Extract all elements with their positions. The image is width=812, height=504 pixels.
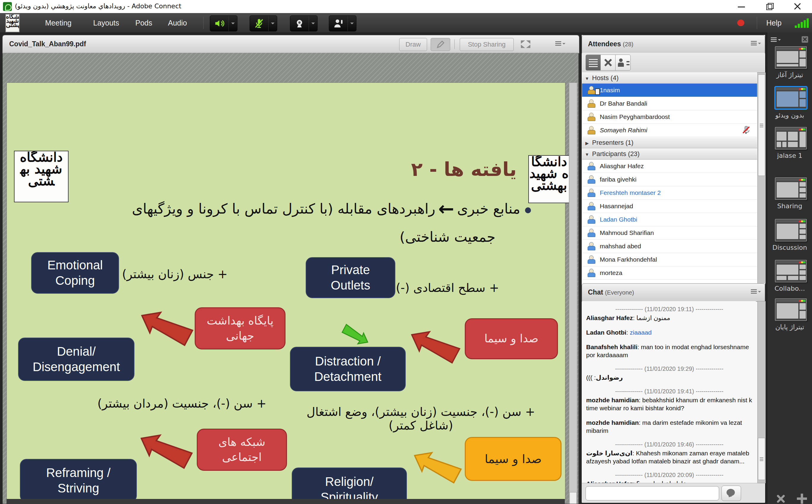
breakout-view-button[interactable]: [600, 55, 616, 71]
attendee-name: morteza: [600, 266, 622, 279]
chat-send-button[interactable]: [722, 486, 741, 501]
attendee-row[interactable]: 1nasim: [582, 84, 757, 97]
chat-pod-menu-icon[interactable]: [751, 289, 761, 296]
connection-signal-icon[interactable]: [795, 18, 810, 28]
layout-thumbnail[interactable]: [775, 127, 807, 150]
minimize-button[interactable]: [734, 2, 749, 11]
layout-thumbnail[interactable]: [775, 177, 807, 200]
restore-button[interactable]: [762, 2, 777, 11]
participant-icon: [587, 202, 596, 210]
share-scrollbar-thumb[interactable]: [570, 492, 577, 504]
attendee-row[interactable]: morteza: [582, 266, 757, 280]
attendee-section-header[interactable]: ▶Presenters (1): [582, 137, 757, 148]
attendee-row[interactable]: Dr Bahar Bandali: [582, 97, 757, 110]
attendee-row[interactable]: Mona Farkhondehfal: [582, 253, 757, 266]
microphone-muted-button[interactable]: [249, 15, 277, 31]
layout-thumbnail[interactable]: [775, 260, 807, 282]
speaker-dropdown[interactable]: [228, 16, 237, 31]
share-pod-header: Covid_Talk_Aban99.pdf Draw Stop Sharing: [2, 35, 579, 53]
box-seda-sima-red: صدا و سیما: [465, 318, 558, 359]
share-pod-menu-icon[interactable]: [555, 41, 565, 48]
draw-button[interactable]: Draw: [399, 38, 427, 51]
speaker-button[interactable]: [210, 15, 237, 31]
attendee-name: Ladan Ghotbi: [600, 213, 637, 226]
raise-hand-icon[interactable]: [329, 16, 347, 31]
thumbnail-box: [782, 142, 787, 147]
close-button[interactable]: [789, 2, 805, 11]
chat-scope: (Everyone): [605, 289, 634, 296]
attendees-pod: Attendees (28) ▼Hosts (4)1nasimDr Bahar …: [582, 35, 765, 283]
box-denial-disengagement: Denial/ Disengagement: [18, 338, 134, 381]
attendee-row[interactable]: Hasannejad: [582, 200, 757, 213]
chat-input[interactable]: [586, 486, 719, 500]
red-arrow-social-to-reframing: [134, 425, 194, 475]
layout-tools-icon[interactable]: [775, 493, 786, 504]
layout-label: Collabo...: [767, 285, 812, 292]
share-scrollbar[interactable]: [569, 82, 577, 504]
thumbnail-box: [800, 229, 806, 234]
share-pod-body: دانشگاه شهید بهشتی دانشگاه شهید بهشتی یا…: [3, 53, 579, 504]
attendee-row[interactable]: fariba givehki: [582, 173, 757, 186]
webcam-button[interactable]: [290, 15, 317, 31]
webcam-icon[interactable]: [290, 16, 309, 31]
menu-pods[interactable]: Pods: [131, 13, 156, 33]
add-layout-icon[interactable]: [796, 492, 808, 504]
layout-label: jalase 1: [767, 152, 812, 159]
attendee-row[interactable]: Somayeh Rahimi: [582, 124, 757, 137]
speaker-icon[interactable]: [210, 16, 228, 31]
layout-thumbnail[interactable]: [775, 87, 807, 109]
thumbnail-box: [800, 311, 806, 319]
attendee-list-view-button[interactable]: [586, 55, 601, 71]
status-view-button[interactable]: [615, 55, 631, 71]
webcam-dropdown[interactable]: [309, 16, 317, 31]
attendee-row[interactable]: Aliasghar Hafez: [582, 160, 757, 173]
host-icon: [587, 99, 596, 108]
microphone-dropdown[interactable]: [268, 16, 277, 31]
attendees-scrollbar-thumb[interactable]: [758, 74, 765, 176]
pen-tool-button[interactable]: [431, 38, 450, 51]
box-reframing-striving: Reframing / Striving: [20, 459, 137, 502]
annotation-age-women-job: + سن (-)، جنسیت (زنان بیشتر)، وضع اشتغال…: [303, 405, 538, 432]
close-sidebar-icon[interactable]: [802, 36, 808, 43]
slide-bullet-line1: منابع خبری←راهبردهای مقابله (با کنترل تم…: [19, 198, 520, 220]
section-collapse-icon: ▶: [582, 138, 592, 149]
attendee-row[interactable]: Mahmoud Sharifian: [582, 226, 757, 240]
raise-hand-button[interactable]: [329, 15, 356, 31]
slide-canvas: دانشگاه شهید بهشتی دانشگاه شهید بهشتی یا…: [7, 82, 565, 500]
layouts-menu-icon[interactable]: [771, 37, 781, 44]
microphone-muted-icon[interactable]: [250, 16, 268, 31]
chat-scrollbar[interactable]: [757, 301, 766, 483]
adobe-connect-window: رويدادهاي معاونت پژوهشي (بدون ويدئو) - A…: [0, 0, 812, 504]
participant-icon: [587, 255, 596, 264]
phone-icon: [595, 88, 600, 95]
raise-hand-dropdown[interactable]: [347, 16, 356, 31]
layout-thumbnail[interactable]: [775, 46, 807, 69]
layout-thumbnail[interactable]: [775, 298, 807, 321]
attendees-title: Attendees (28): [588, 40, 633, 48]
attendee-row[interactable]: Nasim Peyghambardoost: [582, 110, 757, 124]
attendees-pod-menu-icon[interactable]: [751, 40, 761, 47]
fullscreen-icon[interactable]: [520, 39, 532, 49]
layout-thumbnail[interactable]: [775, 219, 807, 241]
share-pod: Covid_Talk_Aban99.pdf Draw Stop Sharing …: [2, 35, 579, 504]
menu-meeting[interactable]: Meeting: [41, 13, 76, 33]
shared-document-title: Covid_Talk_Aban99.pdf: [9, 40, 86, 48]
attendees-scrollbar[interactable]: [757, 72, 766, 284]
thumbnail-box: [800, 132, 806, 147]
attendee-section-header[interactable]: ▼Hosts (4): [582, 72, 757, 84]
recording-indicator[interactable]: [737, 20, 744, 26]
attendee-row[interactable]: Ladan Ghotbi: [582, 213, 757, 226]
menu-audio[interactable]: Audio: [164, 13, 191, 33]
chat-message: Banafsheh khalili: man too in modat engh…: [586, 343, 752, 359]
attendee-row[interactable]: mahshad abed: [582, 240, 757, 253]
thumbnail-box: [788, 142, 798, 147]
menu-help[interactable]: Help: [763, 13, 784, 33]
chat-scrollbar-thumb[interactable]: [758, 438, 765, 480]
attendee-name: Fereshteh montaser 2: [600, 186, 661, 199]
red-arrow-who-to-denial: [134, 303, 195, 352]
attendee-row[interactable]: Fereshteh montaser 2: [582, 186, 757, 200]
attendee-name: Aliasghar Hafez: [600, 160, 644, 173]
attendee-section-header[interactable]: ▼Participants (23): [582, 148, 757, 160]
stop-sharing-button[interactable]: Stop Sharing: [460, 38, 514, 51]
menu-layouts[interactable]: Layouts: [89, 13, 123, 33]
